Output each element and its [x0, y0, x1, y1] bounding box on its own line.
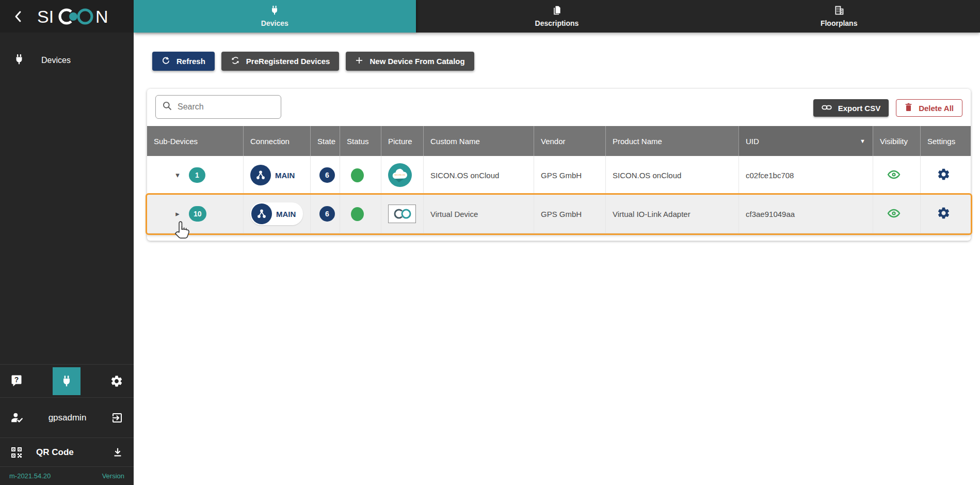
user-check-icon	[10, 412, 24, 424]
uid-header-label: UID	[746, 137, 759, 146]
header-custom-name[interactable]: Custom Name	[423, 126, 534, 156]
header-state[interactable]: State	[310, 126, 340, 156]
cell-sub-devices: ▾ 1	[147, 156, 243, 194]
cell-picture	[381, 195, 423, 233]
sidebar-item-label: Devices	[41, 56, 71, 65]
network-node-icon	[250, 165, 271, 185]
device-panel-icon[interactable]	[53, 367, 81, 395]
preregistered-devices-button[interactable]: PreRegistered Devices	[221, 52, 340, 71]
status-ok-indicator	[351, 168, 364, 182]
collapse-caret-icon[interactable]: ▾	[173, 170, 182, 180]
new-device-from-catalog-button[interactable]: New Device From Catalog	[346, 52, 474, 71]
devices-table: Sub-Devices Connection State Status Pict…	[147, 126, 971, 233]
building-icon	[834, 5, 844, 17]
header-settings[interactable]: Settings	[920, 126, 971, 156]
version-value: m-2021.54.20	[9, 472, 51, 480]
cell-picture: SICON.OS	[381, 156, 423, 194]
state-badge: 6	[319, 206, 335, 222]
tab-label: Floorplans	[821, 19, 858, 27]
svg-text:N: N	[95, 7, 108, 26]
header-status[interactable]: Status	[340, 126, 381, 156]
sidebar: SI N Devices ?	[0, 0, 134, 485]
header-sub-devices[interactable]: Sub-Devices	[147, 126, 243, 156]
cell-product-name: SICON.OS onCloud	[605, 156, 738, 194]
settings-gear-icon[interactable]	[937, 167, 951, 183]
svg-text:SI: SI	[37, 7, 54, 26]
tab-label: Devices	[261, 19, 288, 27]
sidebar-qr-row: QR Code	[0, 437, 134, 466]
documents-icon	[552, 5, 562, 17]
cell-settings	[920, 195, 971, 233]
version-label: Version	[102, 472, 124, 480]
cell-status	[340, 156, 381, 194]
link-icon	[822, 104, 832, 113]
cloud-logo-icon: SICON.OS	[388, 163, 412, 187]
cell-visibility	[873, 156, 920, 194]
io-link-logo-icon	[388, 205, 416, 223]
export-csv-label: Export CSV	[838, 104, 881, 113]
cell-uid: cf3ae91049aa	[738, 195, 873, 233]
connection-label: MAIN	[275, 171, 295, 180]
plus-icon	[355, 56, 363, 66]
table-row[interactable]: ▸ 10	[147, 195, 971, 233]
cell-custom-name: Virtual Device	[423, 195, 534, 233]
header-visibility[interactable]: Visibility	[873, 126, 920, 156]
search-input[interactable]	[178, 102, 265, 112]
sub-devices-badge: 10	[189, 206, 206, 222]
refresh-button[interactable]: Refresh	[152, 52, 215, 71]
header-picture[interactable]: Picture	[381, 126, 423, 156]
plug-icon	[13, 54, 25, 67]
export-csv-button[interactable]: Export CSV	[813, 99, 889, 117]
header-product-name[interactable]: Product Name	[605, 126, 738, 156]
cell-connection: MAIN	[243, 195, 310, 233]
actions-row: Refresh PreRegistered Devices New Device…	[134, 33, 980, 71]
cell-connection: MAIN	[243, 156, 310, 194]
eye-icon[interactable]	[887, 169, 901, 181]
header-connection[interactable]: Connection	[243, 126, 310, 156]
tab-descriptions[interactable]: Descriptions	[416, 0, 698, 33]
expand-caret-icon[interactable]: ▸	[173, 209, 182, 218]
gear-icon[interactable]	[110, 374, 123, 388]
tab-devices[interactable]: Devices	[134, 0, 416, 33]
plug-icon	[269, 5, 280, 17]
state-badge: 6	[319, 167, 335, 183]
tab-label: Descriptions	[535, 19, 579, 27]
cell-state: 6	[310, 156, 340, 194]
eye-icon[interactable]	[887, 208, 901, 220]
trash-icon	[905, 103, 912, 113]
sort-arrow-icon[interactable]: ▼	[860, 138, 865, 144]
header-uid[interactable]: UID ▼	[738, 126, 873, 156]
sidebar-header: SI N	[0, 0, 134, 33]
delete-all-button[interactable]: Delete All	[896, 99, 962, 117]
sicon-logo: SI N	[37, 6, 116, 27]
cell-status	[340, 195, 381, 233]
qr-code-label[interactable]: QR Code	[36, 447, 112, 458]
download-icon[interactable]	[112, 447, 123, 458]
svg-text:?: ?	[14, 375, 19, 383]
sub-devices-badge: 1	[189, 167, 205, 183]
settings-gear-icon[interactable]	[937, 206, 951, 222]
header-vendor[interactable]: Vendor	[534, 126, 605, 156]
logout-icon[interactable]	[111, 412, 123, 424]
help-icon[interactable]: ?	[10, 374, 23, 388]
tab-floorplans[interactable]: Floorplans	[698, 0, 980, 33]
cell-sub-devices: ▸ 10	[147, 195, 243, 233]
sync-icon	[231, 56, 240, 67]
sidebar-item-devices[interactable]: Devices	[0, 49, 134, 72]
search-icon	[162, 101, 172, 113]
main-content: Refresh PreRegistered Devices New Device…	[134, 33, 980, 485]
version-row: m-2021.54.20 Version	[0, 466, 134, 485]
sidebar-user-row: gpsadmin	[0, 397, 134, 437]
refresh-icon	[162, 56, 170, 67]
preregistered-label: PreRegistered Devices	[246, 57, 330, 66]
qr-code-icon	[10, 446, 23, 459]
username-label: gpsadmin	[24, 413, 111, 423]
cell-settings	[920, 156, 971, 194]
back-icon[interactable]	[10, 9, 26, 24]
cell-vendor: GPS GmbH	[534, 156, 605, 194]
status-ok-indicator	[351, 207, 364, 221]
highlighted-row-wrapper: ▸ 10	[147, 195, 971, 233]
table-row[interactable]: ▾ 1 MAIN	[147, 156, 971, 195]
top-tab-bar: Devices Descriptions Floorplans	[134, 0, 980, 33]
cell-custom-name: SICON.OS onCloud	[423, 156, 534, 194]
